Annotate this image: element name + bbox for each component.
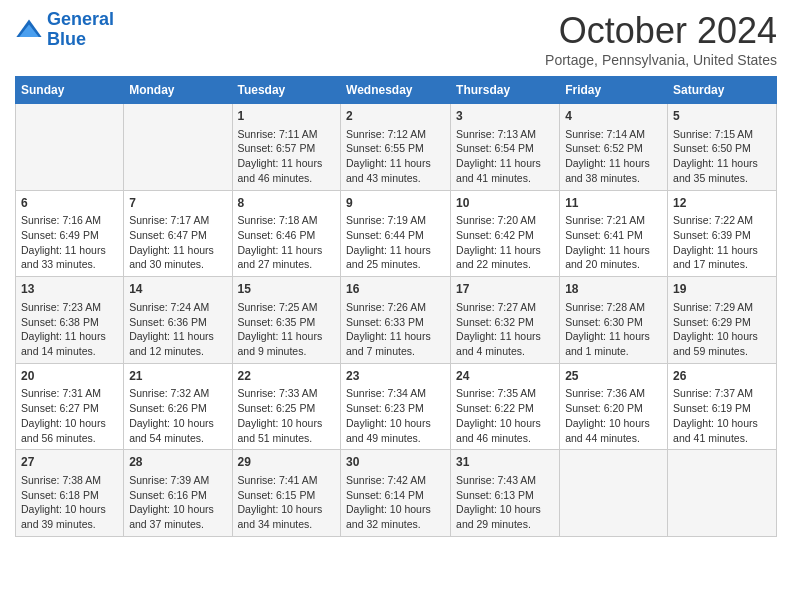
day-content-line: Daylight: 11 hours and 43 minutes. bbox=[346, 157, 431, 184]
calendar-header-row: SundayMondayTuesdayWednesdayThursdayFrid… bbox=[16, 77, 777, 104]
day-number: 11 bbox=[565, 195, 662, 212]
day-content-line: Sunset: 6:30 PM bbox=[565, 316, 643, 328]
day-number: 13 bbox=[21, 281, 118, 298]
day-content-line: Sunrise: 7:18 AM bbox=[238, 214, 318, 226]
day-content-line: Sunset: 6:32 PM bbox=[456, 316, 534, 328]
day-content-line: Sunset: 6:26 PM bbox=[129, 402, 207, 414]
day-content-line: Sunrise: 7:42 AM bbox=[346, 474, 426, 486]
calendar-cell bbox=[16, 104, 124, 191]
day-content-line: Daylight: 11 hours and 46 minutes. bbox=[238, 157, 323, 184]
day-content-line: Daylight: 11 hours and 25 minutes. bbox=[346, 244, 431, 271]
day-content-line: Sunrise: 7:32 AM bbox=[129, 387, 209, 399]
calendar-cell: 15Sunrise: 7:25 AMSunset: 6:35 PMDayligh… bbox=[232, 277, 341, 364]
day-content-line: Sunrise: 7:34 AM bbox=[346, 387, 426, 399]
day-content-line: Sunrise: 7:36 AM bbox=[565, 387, 645, 399]
calendar-cell: 24Sunrise: 7:35 AMSunset: 6:22 PMDayligh… bbox=[451, 363, 560, 450]
day-content-line: Sunset: 6:19 PM bbox=[673, 402, 751, 414]
day-content-line: Daylight: 10 hours and 41 minutes. bbox=[673, 417, 758, 444]
day-content-line: Sunset: 6:44 PM bbox=[346, 229, 424, 241]
day-number: 2 bbox=[346, 108, 445, 125]
day-content-line: Sunrise: 7:33 AM bbox=[238, 387, 318, 399]
day-content-line: Daylight: 10 hours and 46 minutes. bbox=[456, 417, 541, 444]
calendar-cell: 10Sunrise: 7:20 AMSunset: 6:42 PMDayligh… bbox=[451, 190, 560, 277]
title-area: October 2024 Portage, Pennsylvania, Unit… bbox=[545, 10, 777, 68]
calendar-cell: 18Sunrise: 7:28 AMSunset: 6:30 PMDayligh… bbox=[560, 277, 668, 364]
day-content-line: Daylight: 10 hours and 51 minutes. bbox=[238, 417, 323, 444]
day-content-line: Sunrise: 7:39 AM bbox=[129, 474, 209, 486]
day-content-line: Daylight: 11 hours and 17 minutes. bbox=[673, 244, 758, 271]
day-content-line: Daylight: 11 hours and 30 minutes. bbox=[129, 244, 214, 271]
calendar-cell: 31Sunrise: 7:43 AMSunset: 6:13 PMDayligh… bbox=[451, 450, 560, 537]
calendar-cell: 23Sunrise: 7:34 AMSunset: 6:23 PMDayligh… bbox=[341, 363, 451, 450]
day-content-line: Sunset: 6:35 PM bbox=[238, 316, 316, 328]
day-content-line: Sunrise: 7:16 AM bbox=[21, 214, 101, 226]
day-content-line: Sunrise: 7:19 AM bbox=[346, 214, 426, 226]
day-content-line: Daylight: 11 hours and 33 minutes. bbox=[21, 244, 106, 271]
calendar-cell: 6Sunrise: 7:16 AMSunset: 6:49 PMDaylight… bbox=[16, 190, 124, 277]
day-content-line: Daylight: 11 hours and 9 minutes. bbox=[238, 330, 323, 357]
day-content-line: Daylight: 11 hours and 1 minute. bbox=[565, 330, 650, 357]
day-content-line: Daylight: 11 hours and 20 minutes. bbox=[565, 244, 650, 271]
calendar-cell bbox=[668, 450, 777, 537]
calendar-cell: 30Sunrise: 7:42 AMSunset: 6:14 PMDayligh… bbox=[341, 450, 451, 537]
day-header-monday: Monday bbox=[124, 77, 232, 104]
calendar-cell: 14Sunrise: 7:24 AMSunset: 6:36 PMDayligh… bbox=[124, 277, 232, 364]
calendar-cell: 28Sunrise: 7:39 AMSunset: 6:16 PMDayligh… bbox=[124, 450, 232, 537]
day-content-line: Sunset: 6:52 PM bbox=[565, 142, 643, 154]
day-content-line: Daylight: 11 hours and 38 minutes. bbox=[565, 157, 650, 184]
day-content-line: Sunrise: 7:25 AM bbox=[238, 301, 318, 313]
calendar-cell: 5Sunrise: 7:15 AMSunset: 6:50 PMDaylight… bbox=[668, 104, 777, 191]
day-number: 8 bbox=[238, 195, 336, 212]
header: General Blue October 2024 Portage, Penns… bbox=[15, 10, 777, 68]
day-header-tuesday: Tuesday bbox=[232, 77, 341, 104]
day-content-line: Sunset: 6:42 PM bbox=[456, 229, 534, 241]
logo-icon bbox=[15, 16, 43, 44]
calendar-week-row: 13Sunrise: 7:23 AMSunset: 6:38 PMDayligh… bbox=[16, 277, 777, 364]
day-content-line: Daylight: 10 hours and 59 minutes. bbox=[673, 330, 758, 357]
calendar-cell: 25Sunrise: 7:36 AMSunset: 6:20 PMDayligh… bbox=[560, 363, 668, 450]
day-content-line: Sunset: 6:38 PM bbox=[21, 316, 99, 328]
day-content-line: Daylight: 10 hours and 54 minutes. bbox=[129, 417, 214, 444]
day-content-line: Sunrise: 7:12 AM bbox=[346, 128, 426, 140]
day-number: 28 bbox=[129, 454, 226, 471]
day-content-line: Daylight: 11 hours and 22 minutes. bbox=[456, 244, 541, 271]
day-content-line: Sunset: 6:41 PM bbox=[565, 229, 643, 241]
day-content-line: Sunrise: 7:15 AM bbox=[673, 128, 753, 140]
calendar-cell bbox=[124, 104, 232, 191]
day-content-line: Sunrise: 7:21 AM bbox=[565, 214, 645, 226]
day-content-line: Sunset: 6:14 PM bbox=[346, 489, 424, 501]
day-content-line: Daylight: 10 hours and 32 minutes. bbox=[346, 503, 431, 530]
day-content-line: Sunset: 6:22 PM bbox=[456, 402, 534, 414]
day-number: 5 bbox=[673, 108, 771, 125]
logo: General Blue bbox=[15, 10, 114, 50]
day-number: 10 bbox=[456, 195, 554, 212]
subtitle: Portage, Pennsylvania, United States bbox=[545, 52, 777, 68]
day-content-line: Daylight: 10 hours and 56 minutes. bbox=[21, 417, 106, 444]
day-content-line: Sunrise: 7:26 AM bbox=[346, 301, 426, 313]
calendar-cell: 26Sunrise: 7:37 AMSunset: 6:19 PMDayligh… bbox=[668, 363, 777, 450]
calendar-week-row: 27Sunrise: 7:38 AMSunset: 6:18 PMDayligh… bbox=[16, 450, 777, 537]
day-content-line: Sunrise: 7:22 AM bbox=[673, 214, 753, 226]
day-number: 19 bbox=[673, 281, 771, 298]
day-content-line: Sunrise: 7:17 AM bbox=[129, 214, 209, 226]
day-number: 24 bbox=[456, 368, 554, 385]
calendar-cell: 9Sunrise: 7:19 AMSunset: 6:44 PMDaylight… bbox=[341, 190, 451, 277]
day-content-line: Sunset: 6:27 PM bbox=[21, 402, 99, 414]
day-number: 17 bbox=[456, 281, 554, 298]
day-number: 16 bbox=[346, 281, 445, 298]
day-content-line: Sunrise: 7:37 AM bbox=[673, 387, 753, 399]
day-content-line: Daylight: 10 hours and 34 minutes. bbox=[238, 503, 323, 530]
day-number: 23 bbox=[346, 368, 445, 385]
day-content-line: Daylight: 10 hours and 29 minutes. bbox=[456, 503, 541, 530]
day-number: 6 bbox=[21, 195, 118, 212]
day-number: 20 bbox=[21, 368, 118, 385]
day-number: 7 bbox=[129, 195, 226, 212]
day-content-line: Daylight: 11 hours and 27 minutes. bbox=[238, 244, 323, 271]
day-content-line: Sunrise: 7:38 AM bbox=[21, 474, 101, 486]
day-content-line: Sunset: 6:23 PM bbox=[346, 402, 424, 414]
day-content-line: Sunset: 6:16 PM bbox=[129, 489, 207, 501]
calendar-cell: 2Sunrise: 7:12 AMSunset: 6:55 PMDaylight… bbox=[341, 104, 451, 191]
calendar-cell: 13Sunrise: 7:23 AMSunset: 6:38 PMDayligh… bbox=[16, 277, 124, 364]
day-number: 29 bbox=[238, 454, 336, 471]
day-content-line: Daylight: 10 hours and 39 minutes. bbox=[21, 503, 106, 530]
